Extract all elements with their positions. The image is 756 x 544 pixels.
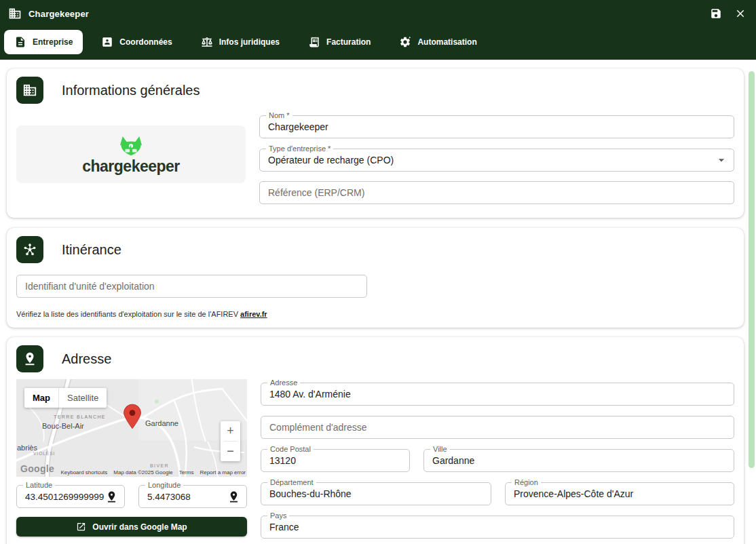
save-icon	[710, 7, 722, 20]
tab-label: Facturation	[326, 37, 371, 47]
adresse-input[interactable]	[261, 383, 734, 405]
scales-icon	[201, 36, 213, 48]
ville-input[interactable]	[424, 450, 734, 471]
chargekeeper-dog-icon	[117, 136, 145, 159]
ville-label: Ville	[430, 445, 450, 453]
chevron-down-icon	[715, 153, 728, 167]
afirev-helper-text: Vérifiez la liste des identifiants d'exp…	[16, 310, 734, 318]
tab-facturation[interactable]: Facturation	[298, 30, 381, 54]
reference-field	[259, 181, 734, 204]
nom-input[interactable]	[260, 116, 734, 138]
code-postal-field: Code Postal	[261, 449, 410, 472]
type-entreprise-label: Type d'entreprise *	[266, 144, 333, 153]
vertical-scrollbar[interactable]	[749, 71, 755, 468]
tab-label: Automatisation	[417, 37, 476, 47]
map-label: Gardanne	[145, 419, 178, 427]
tab-coordonnees[interactable]: Coordonnées	[91, 30, 182, 54]
ville-field: Ville	[423, 449, 734, 472]
app-header: Chargekeeper Entreprise Coordonnées Info…	[0, 0, 756, 60]
pays-field: Pays	[261, 516, 734, 539]
latitude-field: Latitude	[16, 485, 125, 508]
tab-automatisation[interactable]: Automatisation	[389, 30, 487, 54]
longitude-field: Longitude	[138, 485, 247, 508]
window-title: Chargekeeper	[29, 9, 89, 19]
contact-icon	[101, 36, 113, 48]
helper-text: Vérifiez la liste des identifiants d'exp…	[16, 310, 238, 318]
tab-bar: Entreprise Coordonnées Infos juridiques …	[0, 27, 756, 60]
tab-infos-juridiques[interactable]: Infos juridiques	[191, 30, 290, 54]
map-label: Bouc-Bel-Air	[42, 422, 84, 430]
map-zoom-control: + −	[221, 421, 240, 461]
map-type-map-button[interactable]: Map	[24, 388, 58, 408]
keyboard-shortcuts-link[interactable]: Keyboard shortcuts	[60, 469, 107, 475]
section-informations-generales: Informations générales chargekeeper Nom …	[7, 69, 744, 218]
zoom-in-button[interactable]: +	[221, 421, 240, 441]
zoom-out-button[interactable]: −	[221, 442, 240, 461]
pays-input[interactable]	[261, 516, 734, 538]
longitude-label: Longitude	[145, 481, 183, 489]
pin-drop-icon[interactable]	[105, 490, 118, 503]
adresse-label: Adresse	[267, 378, 300, 387]
close-icon	[734, 7, 746, 20]
pays-label: Pays	[267, 511, 289, 520]
logo-wordmark: chargekeeper	[82, 159, 180, 174]
type-entreprise-value: Opérateur de recharge (CPO)	[260, 155, 715, 166]
complement-adresse-field	[261, 416, 734, 439]
departement-label: Département	[267, 478, 316, 486]
button-label: Ouvrir dans Google Map	[92, 522, 187, 532]
section-title: Adresse	[62, 351, 111, 367]
tab-label: Entreprise	[33, 37, 73, 47]
adresse-field: Adresse	[261, 383, 734, 406]
map-type-satellite-button[interactable]: Satellite	[58, 388, 107, 408]
reference-input[interactable]	[260, 182, 734, 203]
region-label: Région	[512, 478, 541, 486]
section-itinerance: Itinérance Vérifiez la liste des identif…	[7, 228, 744, 328]
pin-drop-icon[interactable]	[227, 490, 240, 503]
type-entreprise-select[interactable]: Type d'entreprise * Opérateur de recharg…	[259, 149, 734, 172]
map-attribution: Keyboard shortcuts Map data ©2025 Google…	[60, 469, 246, 475]
nom-label: Nom *	[266, 111, 292, 119]
pin-drop-icon	[16, 345, 43, 372]
complement-adresse-input[interactable]	[261, 416, 734, 438]
page-content: Informations générales chargekeeper Nom …	[0, 69, 756, 544]
latitude-label: Latitude	[23, 481, 55, 489]
code-postal-label: Code Postal	[267, 445, 314, 453]
map-type-control: Map Satellite	[24, 388, 107, 408]
open-google-map-button[interactable]: Ouvrir dans Google Map	[16, 517, 247, 537]
save-button[interactable]	[708, 6, 723, 21]
open-in-new-icon	[76, 522, 86, 532]
departement-field: Département	[261, 482, 491, 505]
section-title: Itinérance	[62, 242, 121, 258]
map-label: BIVER	[150, 463, 169, 468]
map-label: TERRE BLANCHE	[54, 414, 106, 419]
hub-icon	[16, 236, 43, 263]
close-button[interactable]	[733, 6, 748, 21]
terms-link[interactable]: Terms	[179, 469, 194, 475]
map-data-text: Map data ©2025 Google	[113, 469, 172, 475]
company-logo: chargekeeper	[16, 125, 246, 183]
report-map-error-link[interactable]: Report a map error	[200, 469, 246, 475]
identifiant-exploitation-input[interactable]	[17, 275, 366, 297]
gear-sparkle-icon	[399, 36, 411, 48]
google-map[interactable]: TERRE BLANCHE Bouc-Bel-Air Gardanne abri…	[16, 379, 247, 477]
tab-label: Infos juridiques	[219, 37, 280, 47]
afirev-link[interactable]: afirev.fr	[240, 310, 267, 318]
google-logo[interactable]: Google	[20, 463, 54, 474]
receipt-icon	[308, 36, 320, 48]
section-title: Informations générales	[62, 83, 200, 98]
identifiant-exploitation-field	[16, 275, 367, 298]
section-adresse: Adresse	[7, 337, 744, 544]
document-icon	[14, 36, 26, 48]
map-label: VIOLÉSI	[33, 450, 55, 456]
tab-label: Coordonnées	[119, 37, 172, 47]
tab-entreprise[interactable]: Entreprise	[4, 30, 83, 54]
nom-field: Nom *	[259, 115, 734, 138]
region-field: Région	[505, 482, 734, 505]
company-building-icon	[8, 7, 22, 20]
building-icon	[16, 77, 43, 104]
